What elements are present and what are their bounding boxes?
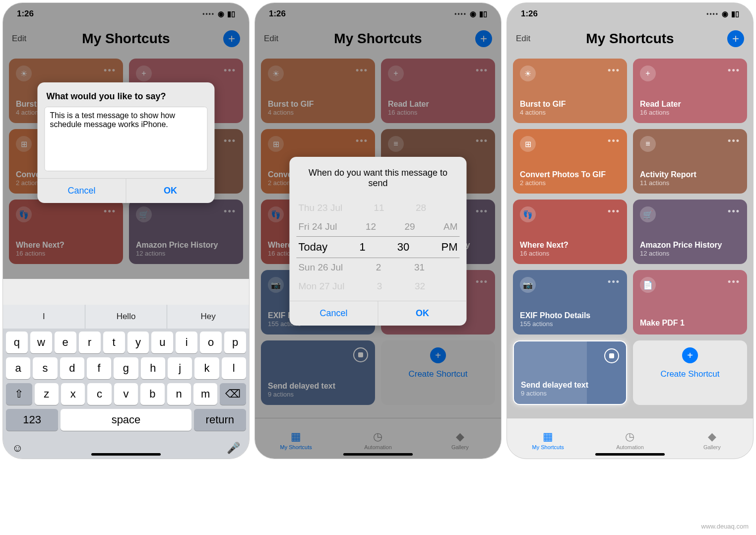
key-s[interactable]: s: [33, 357, 57, 379]
card-title: Send delayed text: [521, 381, 619, 390]
key-k[interactable]: k: [194, 357, 219, 379]
grid-icon: ▦: [543, 430, 553, 443]
emoji-key[interactable]: ☺: [12, 442, 23, 455]
key-a[interactable]: a: [6, 357, 30, 379]
tab-label: My Shortcuts: [532, 444, 564, 450]
stop-button[interactable]: [604, 348, 619, 363]
sun-icon: ☀: [520, 66, 536, 81]
card-menu-icon[interactable]: •••: [728, 136, 740, 146]
space-key[interactable]: space: [61, 409, 191, 431]
document-icon: 📄: [640, 277, 656, 293]
cancel-button[interactable]: Cancel: [289, 301, 378, 326]
key-w[interactable]: w: [30, 332, 52, 353]
alert-title: What would you like to say?: [37, 82, 214, 107]
tab-label: Automation: [616, 444, 644, 450]
key-b[interactable]: b: [140, 383, 164, 405]
shift-key[interactable]: ⇧: [6, 383, 32, 405]
key-y[interactable]: y: [127, 332, 149, 353]
key-n[interactable]: n: [167, 383, 191, 405]
card-menu-icon[interactable]: •••: [608, 136, 620, 146]
camera-icon: 📷: [520, 277, 536, 293]
card-menu-icon[interactable]: •••: [728, 66, 740, 76]
cart-icon: 🛒: [640, 206, 656, 222]
phone-screenshot-3: 1:26 ••••◉▮▯ Edit My Shortcuts + ☀•••Bur…: [506, 2, 754, 459]
key-t[interactable]: t: [103, 332, 125, 353]
tab-automation[interactable]: ◷Automation: [589, 418, 671, 459]
phone-screenshot-1: 1:26 •••• ◉ ▮▯ Edit My Shortcuts + ☀••• …: [2, 2, 250, 459]
shortcut-card[interactable]: +•••Read Later16 actions: [633, 59, 747, 123]
key-i[interactable]: i: [176, 332, 197, 353]
key-p[interactable]: p: [224, 332, 246, 353]
shortcut-card[interactable]: 📷•••EXIF Photo Details155 actions: [513, 270, 627, 334]
alert-title: When do you want this message to send: [289, 157, 466, 195]
shortcut-card[interactable]: ⊞•••Convert Photos To GIF2 actions: [513, 129, 627, 194]
footsteps-icon: 👣: [520, 206, 536, 222]
shortcuts-grid: ☀•••Burst to GIF4 actions +•••Read Later…: [507, 53, 753, 411]
ok-button[interactable]: OK: [126, 179, 215, 203]
phone-screenshot-2: 1:26 ••••◉▮▯ Edit My Shortcuts + ☀•••Bur…: [254, 2, 502, 459]
return-key[interactable]: return: [194, 409, 246, 431]
text-input-alert: What would you like to say? This is a te…: [37, 82, 214, 203]
plus-icon: +: [682, 347, 698, 363]
key-m[interactable]: m: [193, 383, 217, 405]
home-indicator[interactable]: [91, 453, 161, 456]
shortcut-card[interactable]: 👣•••Where Next?16 actions: [513, 200, 627, 264]
stack-icon: ◆: [708, 430, 716, 443]
kb-suggestion[interactable]: I: [3, 305, 85, 329]
tab-label: Gallery: [703, 444, 721, 450]
alert-textarea[interactable]: This is a test message to show how sched…: [44, 107, 207, 171]
kb-suggestions: I Hello Hey: [3, 305, 249, 329]
key-v[interactable]: v: [114, 383, 138, 405]
shortcut-card-running[interactable]: Send delayed text9 actions: [513, 340, 627, 405]
shortcut-card[interactable]: 📄•••Make PDF 1: [633, 270, 747, 334]
key-e[interactable]: e: [55, 332, 76, 353]
numbers-key[interactable]: 123: [6, 409, 58, 431]
kb-suggestion[interactable]: Hey: [167, 305, 249, 329]
clock-icon: ◷: [625, 430, 634, 443]
key-z[interactable]: z: [35, 383, 59, 405]
key-u[interactable]: u: [151, 332, 173, 353]
grid-icon: ⊞: [520, 136, 536, 152]
home-indicator[interactable]: [595, 453, 665, 456]
plus-icon: +: [640, 66, 656, 81]
key-h[interactable]: h: [141, 357, 165, 379]
keyboard: I Hello Hey qwertyuiop asdfghjkl ⇧ zxcvb…: [3, 305, 249, 459]
shortcut-card[interactable]: ≡•••Activity Report11 actions: [633, 129, 747, 194]
key-x[interactable]: x: [61, 383, 85, 405]
card-menu-icon[interactable]: •••: [728, 277, 740, 287]
card-menu-icon[interactable]: •••: [728, 206, 740, 217]
tab-shortcuts[interactable]: ▦My Shortcuts: [507, 418, 589, 459]
key-d[interactable]: d: [60, 357, 84, 379]
key-q[interactable]: q: [6, 332, 28, 353]
card-sub: 9 actions: [521, 390, 619, 397]
shortcut-card[interactable]: 🛒•••Amazon Price History12 actions: [633, 200, 747, 264]
key-c[interactable]: c: [87, 383, 111, 405]
key-f[interactable]: f: [87, 357, 111, 379]
watermark: www.deuaq.com: [701, 523, 749, 530]
cancel-button[interactable]: Cancel: [37, 179, 126, 203]
shortcut-card[interactable]: ☀•••Burst to GIF4 actions: [513, 59, 627, 123]
mic-key[interactable]: 🎤: [227, 442, 240, 455]
ok-button[interactable]: OK: [378, 301, 467, 326]
backspace-key[interactable]: ⌫: [220, 383, 246, 405]
card-menu-icon[interactable]: •••: [608, 66, 620, 76]
date-picker-alert: When do you want this message to send Th…: [289, 157, 466, 326]
key-r[interactable]: r: [79, 332, 101, 353]
create-shortcut-card[interactable]: +Create Shortcut: [633, 340, 747, 405]
key-o[interactable]: o: [200, 332, 222, 353]
key-j[interactable]: j: [168, 357, 192, 379]
card-menu-icon[interactable]: •••: [608, 206, 620, 217]
tab-bar: ▦My Shortcuts ◷Automation ◆Gallery: [507, 418, 753, 459]
date-time-picker[interactable]: Thu 23 Jul1128 Fri 24 Jul1229AM Today130…: [289, 195, 466, 301]
list-icon: ≡: [640, 136, 656, 152]
kb-suggestion[interactable]: Hello: [85, 305, 168, 329]
tab-gallery[interactable]: ◆Gallery: [671, 418, 753, 459]
key-g[interactable]: g: [114, 357, 138, 379]
key-l[interactable]: l: [222, 357, 246, 379]
card-menu-icon[interactable]: •••: [608, 277, 620, 287]
create-label: Create Shortcut: [660, 369, 719, 379]
